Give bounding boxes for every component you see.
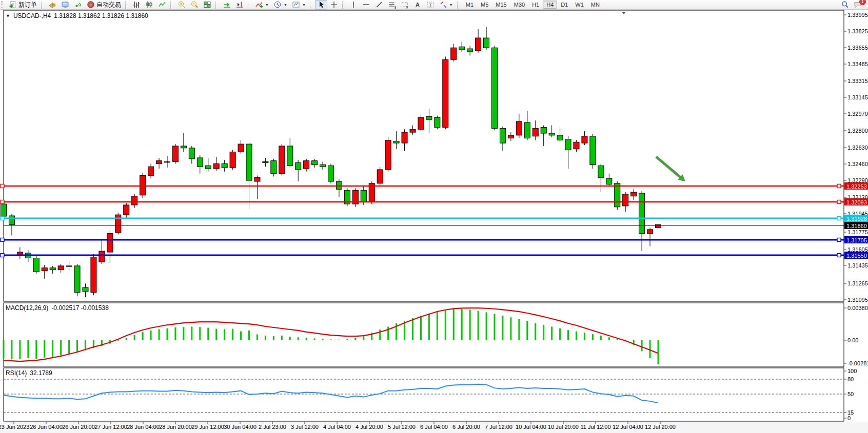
cycle-lines-tool-button[interactable]: F [399,0,411,10]
zoom-in-button[interactable] [175,0,188,10]
dropdown-caret: ▼ [265,3,269,7]
line-chart-mode-button[interactable] [156,0,168,10]
line-anchor[interactable] [837,217,841,220]
indicators-button[interactable]: ▼ [253,0,271,10]
svg-text:E: E [394,6,396,9]
candle-body [500,128,505,143]
candle-body [574,142,579,149]
zoom-out-button[interactable] [188,0,201,10]
candle-body [541,128,546,134]
line-anchor[interactable] [1,217,4,220]
time-axis-label: 4 Jul 04:00 [323,424,351,430]
arrows-icon [439,1,447,9]
price-tick-label: 1.33655 [847,45,868,51]
line-anchor[interactable] [1,254,4,257]
line-anchor[interactable] [837,238,841,242]
time-axis-label: 4 Jul 20:00 [356,424,383,430]
separator [310,1,313,9]
chart-shift-icon [235,1,244,9]
auto-scroll-button[interactable] [221,0,233,10]
candle-body [287,146,293,166]
line-anchor[interactable] [837,184,841,188]
zoom-in-icon [177,1,186,9]
candle-body [623,194,628,206]
candle-body [656,224,661,228]
arrows-tool-button[interactable]: ▼ [437,0,455,10]
signals-button[interactable] [72,0,84,10]
crosshair-tool-button[interactable] [328,0,340,10]
candlestick-icon [145,1,153,9]
timeframe-button-m15[interactable]: M15 [492,1,510,9]
mt4-window: 新订单 自动交易 [0,0,868,433]
new-order-button[interactable]: 新订单 [7,0,39,10]
trendline-tool-button[interactable] [373,0,385,10]
time-axis-label: 5 Jul 12:00 [388,424,416,430]
candlestick-mode-button[interactable] [143,0,155,10]
timeframe-button-w1[interactable]: W1 [571,1,587,9]
candle-body [271,161,277,174]
line-anchor[interactable] [1,238,4,242]
chart-canvas[interactable]: 1.339951.338251.336551.334851.333151.331… [0,0,868,433]
candle-body [410,129,416,132]
horizontal-line-tool-button[interactable] [360,0,372,10]
timeframe-button-h4[interactable]: H4 [543,1,557,9]
line-anchor[interactable] [837,200,841,204]
timeframe-button-h1[interactable]: H1 [528,1,543,9]
timeframe-button-m5[interactable]: M5 [477,1,492,9]
tile-windows-button[interactable] [201,0,213,10]
price-line-label: 1.31860 [846,223,867,229]
time-axis-label: 6 Jul 20:00 [452,424,480,430]
toolbar-grip[interactable] [1,1,5,8]
fibonacci-tool-button[interactable]: E [386,0,398,10]
periods-button[interactable]: ▼ [271,0,289,10]
chart-header: ▼ USDCAD-,H4 1.31828 1.31862 1.31826 1.3… [6,12,148,19]
timeframe-button-d1[interactable]: D1 [557,1,571,9]
timeframe-button-mn[interactable]: MN [587,1,603,9]
time-axis-label: 6 Jul 04:00 [420,424,448,430]
text-label-tool-button[interactable]: T [424,0,437,10]
time-axis-label: 26 Jun 20:00 [62,424,95,430]
candle-body [148,167,154,175]
horn-icon [48,1,56,9]
chart-shift-button[interactable] [233,0,246,10]
line-anchor[interactable] [1,184,4,188]
bar-chart-icon [132,1,141,9]
chevron-down-icon[interactable]: ▼ [6,13,10,18]
text-tool-button[interactable]: A [411,0,424,10]
candle-body [377,170,383,183]
candle-body [246,144,252,180]
candle-body [565,139,571,150]
line-anchor[interactable] [1,200,4,204]
line-anchor[interactable] [837,254,841,257]
candle-body [451,48,457,59]
templates-button[interactable]: ▼ [290,0,308,10]
candle-body [320,164,326,167]
time-axis-label: 10 Jul 20:00 [548,424,579,430]
auto-trading-button[interactable]: 自动交易 [85,0,123,10]
market-watch-button[interactable] [46,0,58,10]
zoom-out-icon [190,1,199,9]
rsi-label: RSI(14) [6,369,27,377]
vertical-line-tool-button[interactable] [347,0,360,10]
macd-axis-label: 0.00 [847,337,858,343]
metaeditor-button[interactable] [59,0,71,10]
candle-body [42,268,47,271]
cursor-tool-button[interactable] [315,0,327,10]
auto-trading-label: 自动交易 [96,1,121,9]
time-axis-label: 7 Jul 12:00 [485,424,512,430]
notification-badge: 1 [859,0,866,5]
timeframe-button-m30[interactable]: M30 [510,1,528,9]
time-axis-label: 29 Jun 12:00 [191,424,224,430]
candle-body [189,148,194,159]
tile-windows-icon [203,1,211,9]
bar-chart-mode-button[interactable] [130,0,143,10]
separator [342,1,345,9]
timeframe-button-m1[interactable]: M1 [462,1,477,9]
candle-body [230,152,235,168]
notifications-button[interactable]: 1 [852,0,864,10]
candle-body [238,144,244,152]
candle-body [647,230,653,234]
search-button[interactable] [839,0,851,10]
candle-body [9,216,14,224]
candle-body [205,166,211,169]
